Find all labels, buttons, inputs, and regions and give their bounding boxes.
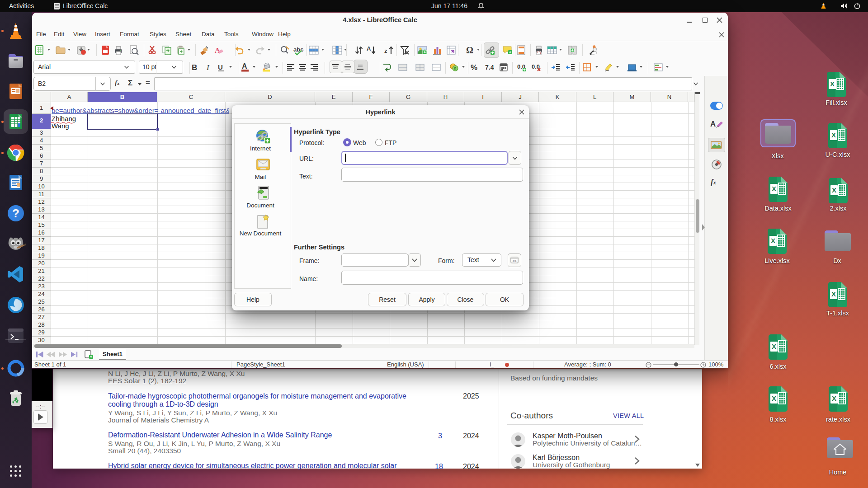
svg-text:abc: abc — [293, 46, 303, 53]
svg-text:Ω: Ω — [466, 45, 473, 55]
svg-text:%: % — [471, 63, 477, 72]
svg-text:z: z — [384, 47, 387, 54]
svg-text:I: I — [206, 63, 210, 72]
svg-text:A: A — [242, 62, 247, 70]
svg-text:A: A — [367, 45, 371, 52]
svg-text:7.4: 7.4 — [485, 64, 494, 71]
svg-text:B: B — [192, 63, 197, 72]
svg-text:?: ? — [12, 206, 19, 220]
svg-text:U: U — [218, 63, 223, 71]
svg-text:</>: </> — [512, 259, 517, 263]
svg-text:$: $ — [454, 66, 456, 71]
